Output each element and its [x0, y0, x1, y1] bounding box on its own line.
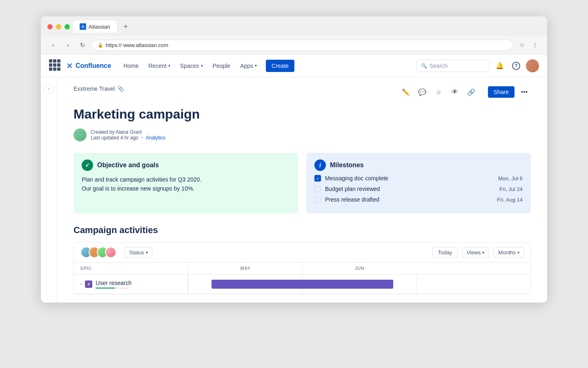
copy-link-button[interactable]: 🔗: [465, 85, 478, 99]
edit-button[interactable]: ✏️: [399, 85, 412, 99]
months-dropdown[interactable]: Months ▾: [494, 247, 524, 258]
milestone-date-2: Fri, Jul 24: [499, 186, 523, 192]
browser-tab[interactable]: A Atlassian: [73, 20, 117, 33]
confluence-logo[interactable]: ✕ Confluence: [66, 61, 111, 71]
user-avatar-image: [526, 59, 539, 72]
objective-card-header: ✓ Objective and goals: [82, 159, 290, 171]
nav-recent[interactable]: Recent ▾: [144, 60, 174, 72]
sidebar-toggle-button[interactable]: ›: [44, 84, 54, 94]
sidebar-toggle: ›: [41, 77, 57, 303]
address-bar[interactable]: 🔒 https:// www.atlassian.com: [91, 40, 513, 51]
create-button[interactable]: Create: [266, 60, 294, 72]
bookmark-button[interactable]: ☆: [516, 39, 528, 51]
author-avatar-image: [74, 128, 87, 141]
nav-right: 🔍 Search 🔔 ?: [416, 59, 539, 72]
grid-apps-icon[interactable]: [49, 59, 62, 72]
table-row: › ⚡ User research: [74, 274, 530, 294]
objective-card: ✓ Objective and goals Plan and track cam…: [74, 153, 298, 213]
author-avatar: [74, 128, 87, 141]
milestone-date-3: Fri, Aug 14: [497, 197, 523, 203]
back-button[interactable]: ‹: [47, 39, 59, 51]
milestone-checkbox-2[interactable]: [314, 186, 321, 192]
objective-card-body: Plan and track campaign activities for Q…: [82, 175, 290, 193]
milestone-name-1: Messaging doc complete: [325, 175, 494, 182]
row-label-user-research: › ⚡ User research: [74, 274, 188, 294]
team-avatars: [80, 247, 116, 258]
epic-icon: ⚡: [85, 280, 92, 288]
confluence-logo-icon: ✕: [66, 61, 73, 71]
app-content: ✕ Confluence Home Recent ▾ Spaces ▾ Peop…: [41, 54, 547, 303]
today-button[interactable]: Today: [432, 247, 457, 258]
author-line: Created by Alana Grant Last updated 4 hr…: [74, 128, 531, 141]
search-icon: 🔍: [421, 63, 427, 69]
confluence-logo-text: Confluence: [76, 62, 111, 70]
analytics-link[interactable]: Analytics: [146, 135, 165, 141]
browser-toolbar-right: ☆ ⋮: [516, 39, 541, 51]
status-dropdown[interactable]: Status ▾: [125, 247, 152, 258]
milestone-name-2: Budget plan reviewed: [325, 186, 495, 192]
refresh-button[interactable]: ↻: [77, 39, 88, 51]
campaign-activities-title: Campaign activities: [74, 225, 531, 236]
minimize-traffic-light[interactable]: [56, 24, 61, 29]
two-column-section: ✓ Objective and goals Plan and track cam…: [74, 153, 531, 213]
milestones-card-header: i Milestones: [314, 159, 523, 171]
more-options-button[interactable]: •••: [518, 85, 531, 99]
lock-icon: 🔒: [98, 43, 103, 48]
milestone-item-2: Budget plan reviewed Fri, Jul 24: [314, 186, 523, 192]
nav-links: Home Recent ▾ Spaces ▾ People Apps ▾ Cre…: [119, 60, 408, 72]
author-meta: Created by Alana Grant Last updated 4 hr…: [91, 129, 165, 141]
forward-button[interactable]: ›: [62, 39, 74, 51]
tab-title: Atlassian: [89, 24, 110, 30]
watch-button[interactable]: 👁: [448, 85, 461, 99]
help-button[interactable]: ?: [510, 59, 523, 72]
nav-spaces[interactable]: Spaces ▾: [176, 60, 207, 72]
col-extra: [416, 263, 530, 274]
views-caret: ▾: [482, 250, 484, 255]
recent-caret: ▾: [168, 63, 170, 68]
milestone-item-1: ✓ Messaging doc complete Mon, Jul 6: [314, 175, 523, 182]
doc-area: › Exxtreme Travel 📎 ✏️ 💬 ☆ 👁 🔗: [41, 77, 547, 303]
browser-window: A Atlassian + ‹ › ↻ 🔒 https:// www.atlas…: [41, 16, 547, 303]
timeline-container: Status ▾ Today Views ▾ Months ▾: [74, 242, 531, 294]
url-text: https:// www.atlassian.com: [106, 42, 168, 48]
views-dropdown[interactable]: Views ▾: [462, 247, 489, 258]
tab-favicon: A: [80, 23, 86, 30]
nav-home[interactable]: Home: [119, 60, 143, 72]
search-placeholder: Search: [430, 63, 448, 69]
close-traffic-light[interactable]: [47, 24, 53, 29]
browser-titlebar: A Atlassian +: [41, 16, 547, 36]
breadcrumb-attachment-icon: 📎: [117, 85, 124, 92]
expand-button[interactable]: ›: [80, 282, 82, 286]
milestones-icon: i: [314, 159, 326, 171]
progress-bar-wrap: [96, 287, 128, 289]
breadcrumb-parent[interactable]: Exxtreme Travel: [74, 85, 115, 92]
comment-button[interactable]: 💬: [416, 85, 429, 99]
maximize-traffic-light[interactable]: [65, 24, 70, 29]
nav-people[interactable]: People: [209, 60, 235, 72]
user-avatar[interactable]: [526, 59, 539, 72]
row-label-inner: User research: [96, 280, 131, 289]
team-avatar-4: [105, 247, 116, 258]
doc-toolbar: ✏️ 💬 ☆ 👁 🔗 Share •••: [399, 85, 531, 99]
apps-caret: ▾: [255, 63, 257, 68]
browser-toolbar: ‹ › ↻ 🔒 https:// www.atlassian.com ☆ ⋮: [41, 36, 547, 54]
browser-menu-button[interactable]: ⋮: [529, 39, 541, 51]
months-caret: ▾: [517, 250, 519, 255]
timeline-cell-extra: [416, 274, 530, 294]
col-may: MAY: [188, 263, 302, 274]
milestone-checkbox-1[interactable]: ✓: [314, 175, 321, 182]
col-jun: JUN: [302, 263, 416, 274]
page-title: Marketing campaign: [74, 107, 531, 122]
timeline-header: Epic MAY JUN: [74, 263, 530, 274]
help-icon: ?: [512, 62, 520, 70]
nav-apps[interactable]: Apps ▾: [236, 60, 261, 72]
search-box[interactable]: 🔍 Search: [416, 60, 490, 72]
star-button[interactable]: ☆: [432, 85, 445, 99]
share-button[interactable]: Share: [488, 86, 514, 98]
top-nav: ✕ Confluence Home Recent ▾ Spaces ▾ Peop…: [41, 54, 547, 77]
notifications-button[interactable]: 🔔: [493, 59, 506, 72]
created-by: Created by Alana Grant: [91, 129, 165, 135]
new-tab-button[interactable]: +: [120, 21, 131, 32]
milestone-checkbox-3[interactable]: [314, 196, 321, 203]
gantt-bar-user-research: [212, 280, 393, 289]
